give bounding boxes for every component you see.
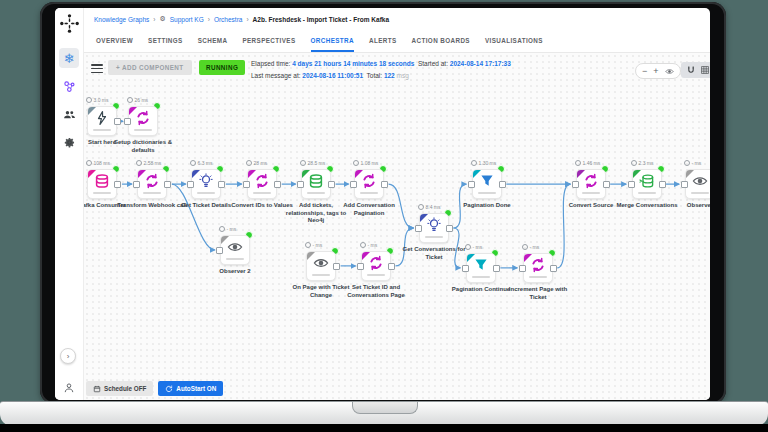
node-box[interactable] bbox=[361, 251, 391, 281]
tab-settings[interactable]: SETTINGS bbox=[148, 30, 183, 52]
tab-schema[interactable]: SCHEMA bbox=[198, 30, 228, 52]
node-input-port[interactable] bbox=[133, 181, 140, 188]
running-status-badge[interactable]: RUNNING bbox=[199, 60, 245, 75]
node-box[interactable] bbox=[301, 169, 331, 199]
node-output-port[interactable] bbox=[499, 181, 506, 188]
node-output-port[interactable] bbox=[550, 265, 557, 272]
node-input-port[interactable] bbox=[468, 181, 475, 188]
workflow-node-setup[interactable]: 26 msSetup dictionaries & defaults bbox=[128, 106, 158, 136]
node-box[interactable] bbox=[354, 169, 384, 199]
node-input-port[interactable] bbox=[297, 181, 304, 188]
sidebar-item-knowledge-graph[interactable]: ❄ bbox=[59, 48, 79, 68]
node-box[interactable] bbox=[247, 169, 277, 199]
node-output-port[interactable] bbox=[274, 181, 281, 188]
workflow-node-transform[interactable]: 2.58 msTransform Webhook call bbox=[137, 169, 167, 199]
node-output-port[interactable] bbox=[164, 181, 171, 188]
workflow-node-pag_continue[interactable]: - msPagination Continue bbox=[466, 253, 496, 283]
profile-icon[interactable] bbox=[63, 382, 75, 394]
sidebar-item-settings[interactable] bbox=[59, 132, 79, 152]
zoom-out-button[interactable]: − bbox=[642, 66, 647, 76]
fit-view-eye-icon[interactable] bbox=[665, 67, 674, 76]
tab-overview[interactable]: OVERVIEW bbox=[96, 30, 133, 52]
node-input-port[interactable] bbox=[681, 181, 688, 188]
node-input-port[interactable] bbox=[357, 263, 364, 270]
node-output-port[interactable] bbox=[114, 118, 121, 125]
node-output-port[interactable] bbox=[328, 181, 335, 188]
tab-action-boards[interactable]: ACTION BOARDS bbox=[412, 30, 470, 52]
workflow-node-merge[interactable]: 2.3 msMerge Conversations bbox=[632, 169, 662, 199]
clock-icon bbox=[86, 160, 92, 166]
node-input-port[interactable] bbox=[187, 181, 194, 188]
workflow-node-set_ticket[interactable]: - msSet Ticket ID and Conversations Page bbox=[361, 251, 391, 281]
workflow-node-on_page[interactable]: - msOn Page with Ticket Change bbox=[306, 251, 336, 281]
node-box[interactable] bbox=[472, 169, 502, 199]
orchestra-canvas[interactable]: + ADD COMPONENT RUNNING Elapsed time: 4 … bbox=[84, 53, 710, 400]
node-output-port[interactable] bbox=[659, 181, 666, 188]
node-box[interactable] bbox=[191, 169, 221, 199]
node-box[interactable] bbox=[220, 235, 250, 265]
schedule-toggle-button[interactable]: Schedule OFF bbox=[86, 381, 153, 396]
menu-icon[interactable] bbox=[91, 64, 103, 75]
node-input-port[interactable] bbox=[350, 181, 357, 188]
node-input-port[interactable] bbox=[216, 247, 223, 254]
node-box[interactable] bbox=[685, 169, 710, 199]
sidebar-item-users[interactable] bbox=[59, 104, 79, 124]
grid-icon[interactable] bbox=[700, 65, 710, 75]
node-output-port[interactable] bbox=[388, 263, 395, 270]
node-box[interactable] bbox=[632, 169, 662, 199]
autostart-toggle-button[interactable]: AutoStart ON bbox=[158, 381, 223, 396]
node-box[interactable] bbox=[576, 169, 606, 199]
workflow-node-convert_ids[interactable]: 28 msConvert IDs to Values bbox=[247, 169, 277, 199]
tab-orchestra[interactable]: ORCHESTRA bbox=[311, 30, 354, 52]
magnet-icon[interactable] bbox=[686, 65, 696, 75]
cluster-icon bbox=[63, 80, 76, 93]
workflow-node-start[interactable]: 3.0 msStart here bbox=[87, 106, 117, 136]
zoom-in-button[interactable]: + bbox=[653, 66, 658, 76]
node-input-port[interactable] bbox=[628, 181, 635, 188]
tab-alerts[interactable]: ALERTS bbox=[369, 30, 397, 52]
node-output-port[interactable] bbox=[114, 181, 121, 188]
sidebar-item-clusters[interactable] bbox=[59, 76, 79, 96]
add-component-button[interactable]: + ADD COMPONENT bbox=[108, 60, 192, 75]
node-output-port[interactable] bbox=[333, 263, 340, 270]
panel-expander-button[interactable]: › bbox=[60, 348, 76, 364]
node-box[interactable] bbox=[523, 253, 553, 283]
breadcrumb-gear-icon: ⚙ bbox=[159, 15, 165, 23]
breadcrumb-link[interactable]: Orchestra bbox=[214, 16, 243, 23]
node-box[interactable] bbox=[419, 213, 449, 243]
workflow-node-observer[interactable]: - msObserver bbox=[685, 169, 710, 199]
node-input-port[interactable] bbox=[462, 265, 469, 272]
node-output-port[interactable] bbox=[446, 225, 453, 232]
clock-icon bbox=[219, 226, 225, 232]
workflow-node-increment[interactable]: - msIncrement Page with Ticket bbox=[523, 253, 553, 283]
node-input-port[interactable] bbox=[415, 225, 422, 232]
node-output-port[interactable] bbox=[381, 181, 388, 188]
node-input-port[interactable] bbox=[243, 181, 250, 188]
workflow-node-add_conv[interactable]: 1.08 msAdd Conversation Pagination bbox=[354, 169, 384, 199]
node-box[interactable] bbox=[128, 106, 158, 136]
node-output-port[interactable] bbox=[218, 181, 225, 188]
sync-icon bbox=[144, 173, 160, 189]
node-box[interactable] bbox=[87, 169, 117, 199]
node-input-port[interactable] bbox=[519, 265, 526, 272]
node-box[interactable] bbox=[306, 251, 336, 281]
node-output-port[interactable] bbox=[493, 265, 500, 272]
tab-perspectives[interactable]: PERSPECTIVES bbox=[242, 30, 295, 52]
node-input-port[interactable] bbox=[124, 118, 131, 125]
breadcrumb-link[interactable]: Knowledge Graphs bbox=[94, 16, 149, 23]
node-output-port[interactable] bbox=[603, 181, 610, 188]
workflow-node-get_conv[interactable]: 8.4 msGet Conversations for Ticket bbox=[419, 213, 449, 243]
workflow-node-add_tickets[interactable]: 28.5 msAdd tickets, relationships, tags … bbox=[301, 169, 331, 199]
tab-visualisations[interactable]: VISUALISATIONS bbox=[485, 30, 543, 52]
workflow-node-observer2[interactable]: - msObserver 2 bbox=[220, 235, 250, 265]
node-box[interactable] bbox=[466, 253, 496, 283]
node-input-port[interactable] bbox=[572, 181, 579, 188]
workflow-node-pag_done[interactable]: 1.30 msPagination Done bbox=[472, 169, 502, 199]
node-type-caption bbox=[367, 274, 385, 276]
node-box[interactable] bbox=[137, 169, 167, 199]
workflow-node-get_ticket[interactable]: 6.3 msGet Ticket Details bbox=[191, 169, 221, 199]
workflow-node-kafka[interactable]: 108 msKafka Consumer bbox=[87, 169, 117, 199]
breadcrumb-link[interactable]: Support KG bbox=[170, 16, 204, 23]
node-box[interactable] bbox=[87, 106, 117, 136]
workflow-node-convert_source[interactable]: 1.46 msConvert Source bbox=[576, 169, 606, 199]
